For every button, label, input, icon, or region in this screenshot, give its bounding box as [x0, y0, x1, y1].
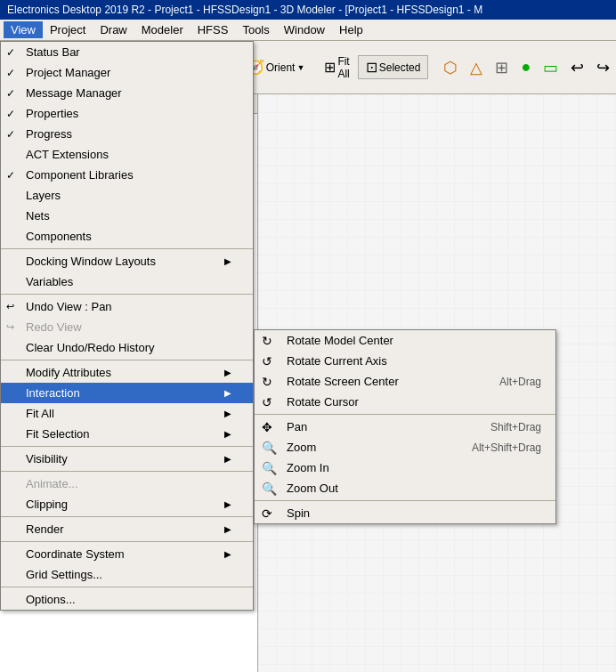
- menu-progress[interactable]: ✓ Progress: [1, 124, 253, 144]
- menu-modify-attributes[interactable]: ✓ Modify Attributes ▶: [1, 362, 253, 383]
- menu-item-hfss[interactable]: HFSS: [190, 21, 236, 38]
- submenu-pan[interactable]: ✥ Pan Shift+Drag: [255, 417, 555, 437]
- menu-item-modeler[interactable]: Modeler: [134, 21, 190, 38]
- shape-box-btn[interactable]: ⬡: [439, 55, 462, 80]
- menu-layers[interactable]: ✓ Layers: [1, 185, 253, 206]
- menu-interaction[interactable]: ✓ Interaction ▶: [1, 383, 253, 403]
- menu-components[interactable]: ✓ Components: [1, 226, 253, 247]
- separator-7: [1, 541, 253, 542]
- fit-selected-button[interactable]: ⊡ Selected: [358, 55, 429, 79]
- menu-status-bar[interactable]: ✓ Status Bar: [1, 42, 253, 62]
- separator-6: [1, 516, 253, 517]
- submenu-zoom[interactable]: 🔍 Zoom Alt+Shift+Drag: [255, 437, 555, 457]
- submenu-zoom-out[interactable]: 🔍 Zoom Out: [255, 478, 555, 498]
- separator-5: [1, 471, 253, 472]
- menu-redo-view[interactable]: ↪ Redo View: [1, 317, 253, 337]
- menu-item-draw[interactable]: Draw: [93, 21, 134, 38]
- menu-docking-window[interactable]: ✓ Docking Window Layouts ▶: [1, 251, 253, 271]
- menu-item-view[interactable]: View: [4, 21, 43, 38]
- orient-label: Orient: [266, 61, 296, 74]
- menu-act-extensions[interactable]: ✓ ACT Extensions: [1, 144, 253, 165]
- separator-2: [1, 294, 253, 295]
- undo-btn[interactable]: ↩: [566, 55, 588, 80]
- title-bar: Electronics Desktop 2019 R2 - Project1 -…: [0, 0, 616, 20]
- menu-item-tools[interactable]: Tools: [235, 21, 276, 38]
- submenu-rotate-screen[interactable]: ↻ Rotate Screen Center Alt+Drag: [255, 371, 555, 392]
- shape-sphere-btn[interactable]: △: [466, 55, 487, 80]
- menu-properties[interactable]: ✓ Properties: [1, 103, 253, 124]
- menu-clipping[interactable]: ✓ Clipping ▶: [1, 494, 253, 514]
- submenu-rotate-current[interactable]: ↺ Rotate Current Axis: [255, 351, 555, 371]
- menu-component-libraries[interactable]: ✓ Component Libraries: [1, 165, 253, 185]
- menu-animate[interactable]: ✓ Animate...: [1, 474, 253, 494]
- redo-btn[interactable]: ↪: [592, 55, 614, 80]
- submenu-rotate-model[interactable]: ↻ Rotate Model Center: [255, 330, 555, 351]
- separator-4: [1, 446, 253, 447]
- menu-bar: View Project Draw Modeler HFSS Tools Win…: [0, 20, 616, 41]
- menu-item-project[interactable]: Project: [43, 21, 93, 38]
- shape-cyl-btn[interactable]: ⊞: [490, 55, 513, 80]
- interaction-submenu: ↻ Rotate Model Center ↺ Rotate Current A…: [254, 329, 556, 524]
- menu-nets[interactable]: ✓ Nets: [1, 206, 253, 226]
- menu-grid-settings[interactable]: ✓ Grid Settings...: [1, 564, 253, 585]
- menu-render[interactable]: ✓ Render ▶: [1, 519, 253, 539]
- separator-8: [1, 587, 253, 587]
- menu-message-manager[interactable]: ✓ Message Manager: [1, 83, 253, 103]
- shape-rect-btn[interactable]: ▭: [539, 55, 563, 80]
- menu-coordinate-system[interactable]: ✓ Coordinate System ▶: [1, 544, 253, 564]
- submenu-zoom-in[interactable]: 🔍 Zoom In: [255, 457, 555, 478]
- menu-project-manager[interactable]: ✓ Project Manager: [1, 62, 253, 83]
- title-text: Electronics Desktop 2019 R2 - Project1 -…: [7, 4, 482, 16]
- fit-all-label: Fit All: [337, 55, 349, 80]
- menu-item-help[interactable]: Help: [332, 21, 370, 38]
- view-dropdown-menu: ✓ Status Bar ✓ Project Manager ✓ Message…: [0, 41, 254, 611]
- separator-1: [1, 248, 253, 249]
- menu-visibility[interactable]: ✓ Visibility ▶: [1, 449, 253, 469]
- separator-3: [1, 360, 253, 360]
- menu-variables[interactable]: ✓ Variables: [1, 271, 253, 292]
- menu-fit-all[interactable]: ✓ Fit All ▶: [1, 403, 253, 424]
- submenu-spin[interactable]: ⟳ Spin: [255, 503, 555, 523]
- shape-green-btn[interactable]: ●: [516, 55, 535, 79]
- submenu-rotate-cursor[interactable]: ↺ Rotate Cursor: [255, 392, 555, 412]
- fit-selected-label: Selected: [379, 61, 421, 74]
- menu-undo-view[interactable]: ↩ Undo View : Pan: [1, 296, 253, 317]
- menu-item-window[interactable]: Window: [277, 21, 332, 38]
- fit-all-button[interactable]: ⊞ Fit All: [320, 53, 353, 83]
- submenu-separator-2: [255, 500, 555, 501]
- submenu-separator-1: [255, 414, 555, 415]
- menu-clear-undo[interactable]: ✓ Clear Undo/Redo History: [1, 337, 253, 358]
- menu-options[interactable]: ✓ Options...: [1, 589, 253, 610]
- menu-fit-selection[interactable]: ✓ Fit Selection ▶: [1, 424, 253, 444]
